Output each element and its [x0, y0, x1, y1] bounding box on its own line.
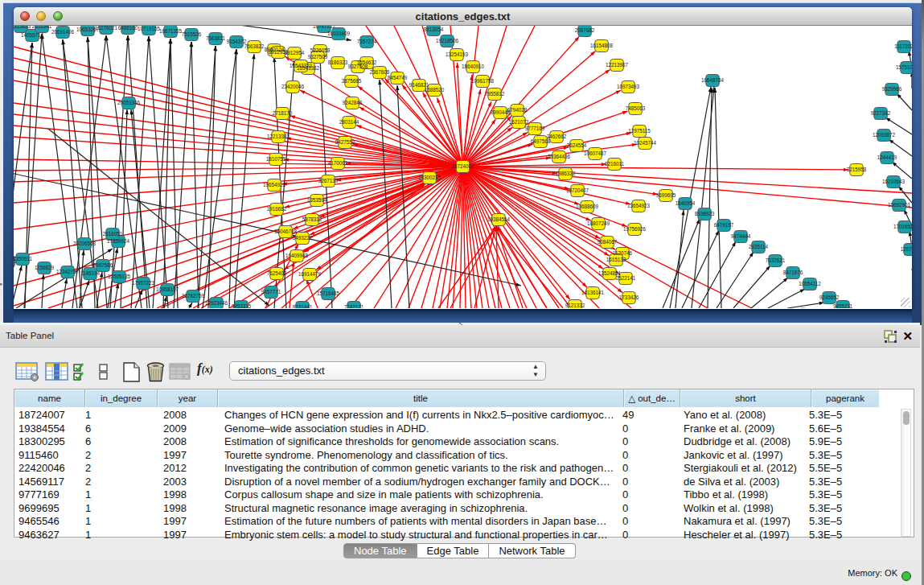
svg-text:10973493: 10973493: [617, 84, 640, 89]
svg-text:15046788: 15046788: [274, 229, 298, 234]
svg-text:9084067: 9084067: [598, 239, 618, 245]
svg-text:8471676: 8471676: [783, 270, 803, 275]
svg-text:19654923: 19654923: [263, 182, 286, 187]
svg-text:3267130: 3267130: [318, 178, 339, 183]
svg-text:8454749: 8454749: [388, 75, 408, 80]
svg-text:6497568: 6497568: [531, 138, 551, 144]
svg-text:18807249: 18807249: [587, 220, 610, 226]
svg-text:1640954: 1640954: [676, 200, 696, 206]
svg-text:16914479: 16914479: [298, 271, 322, 277]
svg-text:7462662: 7462662: [547, 134, 567, 139]
svg-text:5226058: 5226058: [310, 47, 331, 53]
svg-text:1350511: 1350511: [14, 256, 33, 262]
svg-text:18300215: 18300215: [418, 175, 441, 180]
svg-text:2718170: 2718170: [273, 110, 293, 116]
svg-text:1156829: 1156829: [35, 265, 55, 270]
svg-text:20691406: 20691406: [51, 29, 75, 35]
svg-text:9245652: 9245652: [819, 295, 840, 300]
svg-text:3875685: 3875685: [342, 78, 362, 84]
svg-text:2367608: 2367608: [370, 69, 390, 75]
svg-text:12923446: 12923446: [205, 300, 228, 306]
svg-text:15720407: 15720407: [566, 187, 589, 193]
svg-text:9474444: 9474444: [731, 233, 751, 239]
svg-text:20053346: 20053346: [117, 100, 141, 105]
svg-text:7515526: 7515526: [182, 31, 202, 37]
svg-text:17957223: 17957223: [132, 280, 155, 286]
svg-text:1120746: 1120746: [613, 250, 633, 256]
svg-text:16671355: 16671355: [159, 28, 183, 34]
svg-text:5493222: 5493222: [293, 235, 313, 241]
svg-text:14136141: 14136141: [581, 290, 605, 295]
svg-text:1117202: 1117202: [894, 43, 912, 49]
svg-text:3624554: 3624554: [567, 142, 587, 148]
svg-text:16210643: 16210643: [882, 179, 906, 184]
svg-text:9227342: 9227342: [871, 110, 891, 116]
svg-text:10719155: 10719155: [138, 26, 161, 31]
svg-text:9699695: 9699695: [656, 192, 676, 198]
svg-text:10958107: 10958107: [156, 286, 179, 292]
svg-text:6216011: 6216011: [605, 161, 625, 167]
svg-text:7986322: 7986322: [556, 171, 576, 176]
svg-text:6479197: 6479197: [714, 222, 734, 228]
svg-text:2803144: 2803144: [339, 119, 359, 125]
svg-text:7663811: 7663811: [206, 35, 226, 41]
svg-text:5878312: 5878312: [302, 216, 322, 222]
svg-text:9121332: 9121332: [565, 303, 585, 308]
svg-text:10245744: 10245744: [634, 140, 657, 146]
svg-text:2935114: 2935114: [749, 244, 769, 249]
svg-text:7742121: 7742121: [344, 304, 364, 308]
svg-text:1733426: 1733426: [619, 295, 639, 300]
svg-text:16648784: 16648784: [701, 77, 725, 83]
svg-text:10961758: 10961758: [471, 78, 495, 84]
svg-text:2522141: 2522141: [616, 275, 636, 281]
svg-text:14055714: 14055714: [21, 32, 44, 38]
svg-text:6466160: 6466160: [118, 26, 138, 31]
svg-text:10654112: 10654112: [799, 281, 821, 286]
svg-text:10607487: 10607487: [584, 150, 607, 156]
svg-text:1554632: 1554632: [357, 60, 377, 65]
svg-text:20364436: 20364436: [548, 154, 571, 159]
svg-text:19756926: 19756926: [623, 226, 647, 232]
svg-text:12213383: 12213383: [267, 134, 290, 139]
svg-text:20206568: 20206568: [73, 241, 97, 246]
svg-text:9777169: 9777169: [525, 126, 545, 131]
svg-text:1615132: 1615132: [606, 257, 626, 262]
svg-text:23420046: 23420046: [281, 84, 305, 89]
svg-text:9453315: 9453315: [232, 303, 252, 308]
svg-text:9455211: 9455211: [833, 303, 853, 308]
svg-text:9329966: 9329966: [882, 86, 902, 92]
svg-text:19384554: 19384554: [487, 216, 511, 222]
svg-text:17359924: 17359924: [107, 238, 130, 244]
svg-text:1621072: 1621072: [509, 119, 529, 125]
svg-text:2616051: 2616051: [103, 231, 123, 237]
svg-text:13254193: 13254193: [446, 51, 469, 57]
svg-text:15751074: 15751074: [896, 64, 912, 70]
svg-text:9242848: 9242848: [343, 100, 363, 105]
svg-text:7625402: 7625402: [267, 270, 287, 276]
svg-text:15692901: 15692901: [888, 202, 911, 208]
svg-text:7632621: 7632621: [766, 257, 786, 263]
svg-text:19218506: 19218506: [436, 38, 459, 43]
svg-text:8231441: 8231441: [293, 304, 313, 308]
svg-text:12093872: 12093872: [873, 132, 896, 138]
svg-text:2087682: 2087682: [575, 27, 595, 33]
svg-text:18724007: 18724007: [451, 163, 474, 169]
svg-text:16543322: 16543322: [290, 63, 313, 68]
svg-text:16782759: 16782759: [182, 293, 205, 299]
svg-text:13654923: 13654923: [627, 203, 651, 208]
svg-text:9997586: 9997586: [93, 262, 113, 268]
svg-text:16747212: 16747212: [313, 26, 336, 29]
svg-text:4170061: 4170061: [328, 160, 348, 166]
svg-text:8938923: 8938923: [695, 211, 715, 216]
svg-text:7485063: 7485063: [626, 105, 646, 111]
svg-text:16033809: 16033809: [327, 31, 351, 36]
svg-text:15276021: 15276021: [95, 26, 118, 31]
svg-text:8315623: 8315623: [14, 26, 31, 29]
svg-text:8912951: 8912951: [269, 49, 289, 55]
svg-text:9457771: 9457771: [261, 289, 281, 295]
svg-text:6794028: 6794028: [507, 107, 528, 113]
svg-text:7357274: 7357274: [357, 39, 377, 44]
svg-text:17016534: 17016534: [893, 224, 912, 229]
svg-text:8186323: 8186323: [328, 60, 348, 65]
svg-text:16409948: 16409948: [285, 253, 309, 258]
